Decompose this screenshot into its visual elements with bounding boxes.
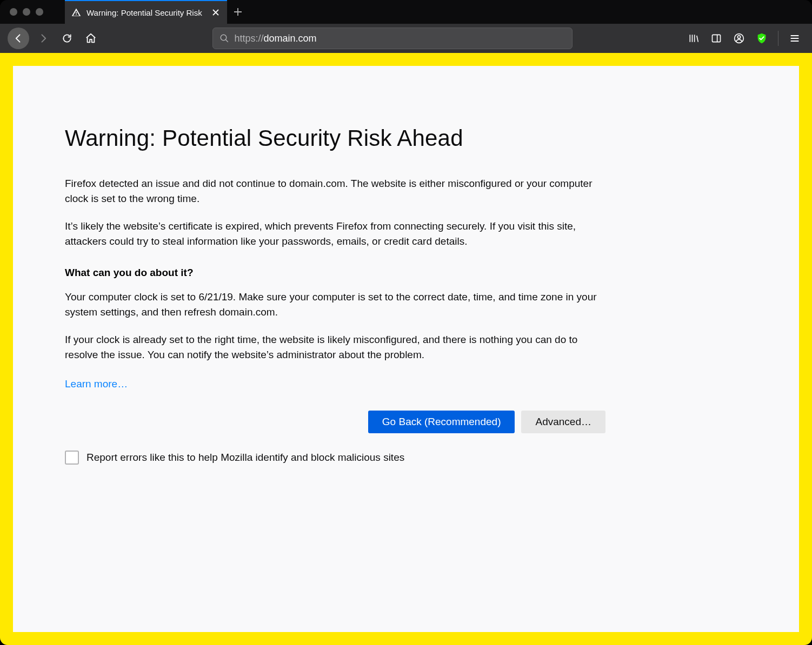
forward-button[interactable] (34, 29, 53, 48)
report-checkbox[interactable] (65, 451, 79, 465)
report-row: Report errors like this to help Mozilla … (65, 451, 605, 465)
hamburger-menu-icon[interactable] (785, 29, 804, 48)
toolbar-divider (778, 31, 778, 46)
url-domain: domain.com (264, 33, 317, 44)
tabstrip: Warning: Potential Security Risk (65, 0, 249, 24)
advanced-button[interactable]: Advanced… (521, 411, 605, 433)
go-back-button[interactable]: Go Back (Recommended) (368, 411, 515, 433)
window-zoom-dot[interactable] (36, 8, 43, 16)
account-icon[interactable] (729, 29, 749, 48)
tab-title: Warning: Potential Security Risk (86, 8, 205, 17)
reload-button[interactable] (57, 29, 77, 48)
warning-paragraph-2: It’s likely the website’s certificate is… (65, 219, 605, 248)
window-controls (0, 8, 43, 16)
home-button[interactable] (81, 29, 101, 48)
search-icon (219, 33, 229, 43)
warning-frame: Warning: Potential Security Risk Ahead F… (0, 53, 812, 645)
titlebar: Warning: Potential Security Risk (0, 0, 812, 24)
warning-paragraph-1: Firefox detected an issue and did not co… (65, 176, 605, 206)
new-tab-button[interactable] (227, 0, 249, 24)
browser-tab[interactable]: Warning: Potential Security Risk (65, 0, 227, 24)
warning-content: Warning: Potential Security Risk Ahead F… (65, 125, 605, 465)
browser-window: Warning: Potential Security Risk (0, 0, 812, 645)
urlbar-container: https://domain.com (105, 28, 680, 49)
learn-more-link[interactable]: Learn more… (65, 378, 128, 390)
window-close-dot[interactable] (10, 8, 17, 16)
warning-paragraph-3: Your computer clock is set to 6/21/19. M… (65, 290, 605, 319)
shield-icon[interactable] (752, 29, 771, 48)
page-title: Warning: Potential Security Risk Ahead (65, 125, 605, 151)
svg-point-3 (737, 36, 740, 38)
library-icon[interactable] (684, 29, 703, 48)
url-scheme: https:// (235, 33, 264, 44)
svg-point-0 (221, 35, 227, 41)
window-minimize-dot[interactable] (23, 8, 30, 16)
urlbar[interactable]: https://domain.com (212, 28, 573, 49)
back-button[interactable] (8, 28, 29, 49)
warning-card: Warning: Potential Security Risk Ahead F… (13, 66, 799, 632)
warning-subheading: What can you do about it? (65, 267, 605, 279)
button-row: Go Back (Recommended) Advanced… (65, 411, 605, 433)
warning-paragraph-4: If your clock is already set to the righ… (65, 332, 605, 362)
warning-triangle-icon (71, 8, 81, 17)
tab-close-icon[interactable] (211, 8, 221, 17)
sidebar-icon[interactable] (707, 29, 726, 48)
report-label: Report errors like this to help Mozilla … (86, 452, 404, 463)
url-text: https://domain.com (235, 33, 317, 44)
toolbar-right (684, 29, 804, 48)
navigation-toolbar: https://domain.com (0, 24, 812, 53)
svg-rect-1 (713, 35, 721, 42)
